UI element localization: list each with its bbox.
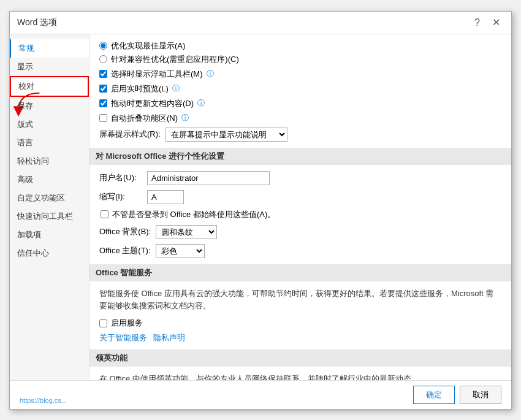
info-icon-auto-collapse[interactable]: ⓘ <box>181 113 189 123</box>
office-theme-label: Office 主题(T): <box>99 245 151 256</box>
radio-compat-label: 针对兼容性优化(需重启应用程序)(C) <box>111 54 239 65</box>
office-bg-label: Office 背景(B): <box>99 226 151 237</box>
tooltip-style-row: 屏幕提示样式(R): 在屏幕提示中显示功能说明 不在屏幕提示中显示功能说明 不显… <box>99 128 501 142</box>
office-bg-select[interactable]: 圆和条纹 无背景 线条和条纹 <box>156 225 217 239</box>
checkbox-always-use[interactable] <box>101 210 108 218</box>
office-bg-row: Office 背景(B): 圆和条纹 无背景 线条和条纹 <box>99 225 501 239</box>
sidebar-item-advanced[interactable]: 高级 <box>10 170 89 189</box>
tooltip-style-label: 屏幕提示样式(R): <box>99 129 161 140</box>
display-radio-group: 优化实现最佳显示(A) 针对兼容性优化(需重启应用程序)(C) <box>99 40 501 65</box>
title-bar: Word 选项 ? ✕ <box>10 12 511 34</box>
sidebar-item-accessibility[interactable]: 轻松访问 <box>10 152 89 170</box>
radio-row-best-display: 优化实现最佳显示(A) <box>99 40 501 52</box>
sidebar-item-quick-access[interactable]: 快速访问工具栏 <box>10 207 89 226</box>
sidebar-item-display[interactable]: 显示 <box>10 58 89 76</box>
sidebar-item-general[interactable]: 常规 <box>10 39 89 58</box>
main-content: 优化实现最佳显示(A) 针对兼容性优化(需重启应用程序)(C) 选择时显示浮动工… <box>89 34 511 380</box>
username-row: 用户名(U): <box>99 171 501 185</box>
sidebar-item-trust-center[interactable]: 信任中心 <box>10 244 89 262</box>
word-options-dialog: Word 选项 ? ✕ 常规 显示 校对 <box>9 11 512 410</box>
enable-service-row: 启用服务 <box>99 318 501 329</box>
checkbox-auto-collapse[interactable] <box>99 114 107 122</box>
info-icon-floating-toolbar[interactable]: ⓘ <box>207 69 214 79</box>
office-theme-row: Office 主题(T): 彩色 深灰色 黑色 白色 <box>99 244 501 258</box>
enable-service-label: 启用服务 <box>111 318 143 329</box>
dialog-title: Word 选项 <box>17 17 57 28</box>
checkbox-floating-toolbar[interactable] <box>99 70 107 78</box>
dialog-body: 常规 显示 校对 <box>10 34 511 380</box>
radio-row-compat: 针对兼容性优化(需重启应用程序)(C) <box>99 54 501 65</box>
checkbox-live-preview[interactable] <box>99 85 107 93</box>
always-use-row: 不管是否登录到 Office 都始终使用这些值(A)。 <box>99 209 501 220</box>
title-bar-controls: ? ✕ <box>471 17 504 29</box>
always-use-label: 不管是否登录到 Office 都始终使用这些值(A)。 <box>112 209 275 220</box>
sidebar: 常规 显示 校对 <box>10 34 89 380</box>
section-personalize-header: 对 Microsoft Office 进行个性化设置 <box>89 148 511 165</box>
link-about-intelligence[interactable]: 关于智能服务 <box>99 332 147 343</box>
radio-best-display-label: 优化实现最佳显示(A) <box>111 40 185 52</box>
checkbox-live-preview-label: 启用实时预览(L) <box>111 83 169 94</box>
username-input[interactable] <box>147 171 270 185</box>
checkbox-drag-update-label: 拖动时更新文档内容(D) <box>111 98 194 109</box>
sidebar-item-language[interactable]: 语言 <box>10 134 89 152</box>
check-row-live-preview: 启用实时预览(L) ⓘ <box>99 83 501 94</box>
checkbox-auto-collapse-label: 自动折叠功能区(N) <box>111 113 178 124</box>
checkbox-floating-toolbar-label: 选择时显示浮动工具栏(M) <box>111 69 203 80</box>
sidebar-item-save[interactable]: 保存 <box>10 97 89 115</box>
info-icon-drag-update[interactable]: ⓘ <box>197 98 205 109</box>
initials-row: 缩写(I): <box>99 190 501 204</box>
radio-compat[interactable] <box>99 55 107 63</box>
watermark: https://blog.cs... <box>20 397 67 404</box>
link-privacy[interactable]: 隐私声明 <box>153 332 185 343</box>
info-icon-live-preview[interactable]: ⓘ <box>172 83 180 94</box>
office-theme-select[interactable]: 彩色 深灰色 黑色 白色 <box>156 244 205 258</box>
checkbox-enable-service[interactable] <box>99 319 107 327</box>
intelligence-text: 智能服务使 Office 应用具有云的强大功能，可帮助节约时间，获得更好的结果。… <box>99 288 501 313</box>
check-row-floating-toolbar: 选择时显示浮动工具栏(M) ⓘ <box>99 69 501 80</box>
sidebar-item-addins[interactable]: 加载项 <box>10 226 89 244</box>
intelligence-links-row: 关于智能服务 隐私声明 <box>99 332 501 343</box>
sidebar-item-layout[interactable]: 版式 <box>10 115 89 134</box>
initials-input[interactable] <box>147 190 184 204</box>
linkedin-text: 在 Office 中使用领英功能，与你的专业人员网络保持联系，并随时了解行业中的… <box>99 373 501 380</box>
footer: https://blog.cs... 确定 取消 <box>10 380 511 409</box>
sidebar-item-customize[interactable]: 自定义功能区 <box>10 189 89 207</box>
section-intelligence-header: Office 智能服务 <box>89 264 511 281</box>
sidebar-item-proofing[interactable]: 校对 <box>10 76 89 97</box>
help-button[interactable]: ? <box>471 17 484 29</box>
close-button[interactable]: ✕ <box>489 17 504 29</box>
cancel-button[interactable]: 取消 <box>460 386 501 404</box>
username-label: 用户名(U): <box>99 172 142 183</box>
section-linkedin-header: 领英功能 <box>89 349 511 367</box>
radio-best-display[interactable] <box>99 42 107 50</box>
ok-button[interactable]: 确定 <box>413 386 455 404</box>
tooltip-style-select[interactable]: 在屏幕提示中显示功能说明 不在屏幕提示中显示功能说明 不显示屏幕提示 <box>165 128 287 142</box>
check-row-drag-update: 拖动时更新文档内容(D) ⓘ <box>99 98 501 109</box>
check-row-auto-collapse: 自动折叠功能区(N) ⓘ <box>99 113 501 124</box>
initials-label: 缩写(I): <box>99 191 142 202</box>
checkbox-drag-update[interactable] <box>99 99 107 107</box>
